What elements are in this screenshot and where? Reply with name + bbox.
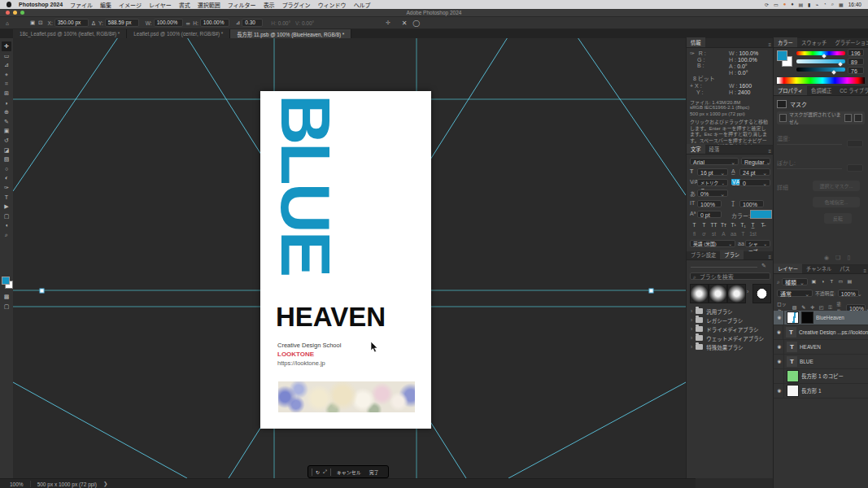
gradient-tool-icon[interactable]: ▧ (2, 155, 11, 164)
artboard[interactable]: BLUE HEAVEN Creative Design School LOOKT… (260, 91, 431, 429)
brush-preset-hard-round[interactable] (752, 284, 771, 303)
text-color-swatch[interactable] (750, 210, 772, 219)
frame-tool-icon[interactable]: ⊞ (2, 89, 11, 98)
healing-brush-tool-icon[interactable]: ⊕ (2, 107, 11, 117)
menubar-menu[interactable]: 表示 (264, 1, 275, 9)
panel-tab[interactable]: 色調補正 (807, 85, 835, 95)
feather-input[interactable] (847, 164, 863, 172)
hand-tool-icon[interactable]: ◖ (2, 220, 11, 230)
crop-tool-icon[interactable]: ⌗ (2, 79, 11, 89)
panel-tab[interactable]: スウォッチ (797, 37, 831, 47)
hue-input[interactable]: 196 (848, 49, 864, 56)
panel-tab[interactable]: カラー (774, 37, 797, 47)
menubar-menu[interactable]: 編集 (100, 1, 111, 9)
reference-point-grid-icon[interactable]: ⊡ (38, 20, 42, 26)
layer-visibility-toggle[interactable] (775, 369, 784, 383)
menubar-menu[interactable]: フィルター (228, 1, 256, 9)
char-ot-button[interactable]: aa (729, 230, 738, 237)
kerning-select[interactable]: メトリクス (697, 179, 728, 186)
dodge-tool-icon[interactable]: ◐ (2, 173, 11, 183)
brush-folder[interactable]: ›ドライメディアブラシ (687, 325, 774, 333)
eyedropper-tool-icon[interactable]: ◗ (2, 98, 11, 108)
done-button[interactable]: 完了 (367, 468, 382, 477)
x-input[interactable]: 350.00 px (55, 19, 89, 27)
reference-point-checkbox[interactable]: ▣ (30, 20, 35, 26)
brush-preset-soft-round[interactable] (709, 284, 727, 303)
panel-tab[interactable]: パス (835, 264, 854, 273)
foreground-color-swatch[interactable] (2, 277, 10, 285)
document-tab[interactable]: 18c_Leaflet.psd @ 100% (leaflet, RGB/8#)… (13, 29, 127, 38)
brush-preset-soft-round[interactable] (727, 284, 746, 303)
panel-tab[interactable]: グラデーション (831, 37, 868, 47)
layer-row[interactable]: ◉長方形 1 (774, 384, 868, 399)
saturation-input[interactable]: 89 (848, 58, 864, 65)
h-input[interactable]: 100.00% (200, 19, 229, 27)
wifi-icon[interactable]: ◔ (823, 2, 827, 7)
color-spectrum-ramp[interactable] (777, 77, 865, 84)
char-style-button[interactable]: T (690, 221, 699, 229)
brightness-slider[interactable] (796, 68, 845, 72)
char-ot-button[interactable]: 1st (748, 230, 757, 237)
horizontal-scale-input[interactable]: 100% (739, 200, 764, 207)
layer-row[interactable]: 長方形 1 のコピー (774, 369, 868, 384)
layer-visibility-toggle[interactable]: ◉ (775, 311, 784, 325)
char-style-button[interactable]: T̶ (758, 221, 767, 229)
char-style-button[interactable]: TT (709, 221, 718, 229)
pen-tool-icon[interactable]: ✑ (2, 183, 11, 193)
tracking-select[interactable]: 0 (739, 179, 770, 186)
saturation-slider[interactable] (796, 59, 845, 63)
skew-v-value[interactable]: 0.00° (302, 20, 314, 26)
menubar-menu[interactable]: ウィンドウ (318, 1, 347, 9)
char-ot-button[interactable]: fi (690, 230, 699, 237)
link-dimensions-icon[interactable]: ∞ (186, 20, 190, 26)
menubar-menu[interactable]: ファイル (70, 1, 93, 9)
layer-filter-type-select[interactable]: 種類 (782, 278, 808, 285)
layer-visibility-toggle[interactable]: ◉ (775, 384, 784, 398)
brush-search-input[interactable]: ⌕ ブラシを検索 (690, 272, 770, 280)
control-center-icon[interactable]: ▦ (839, 2, 844, 7)
path-selection-tool-icon[interactable]: ▶ (2, 202, 11, 211)
language-select[interactable]: 英語 (米国) (690, 240, 735, 247)
sync-icon[interactable]: ⟳ (765, 2, 769, 7)
drag-handle[interactable] (312, 468, 312, 476)
delete-mask-icon[interactable]: ▯ (847, 255, 850, 261)
select-and-mask-button[interactable]: 選択とマスク... (813, 181, 860, 191)
menubar-menu[interactable]: イメージ (119, 1, 142, 9)
touch-assist-icon[interactable]: ✣ (386, 20, 390, 26)
invert-button[interactable]: 反転 (824, 213, 852, 224)
object-selection-tool-icon[interactable]: ⌖ (2, 70, 11, 80)
density-slider[interactable] (777, 144, 842, 145)
apple-menu-icon[interactable] (7, 2, 11, 7)
layer-visibility-toggle[interactable]: ◉ (775, 325, 783, 339)
font-family-select[interactable]: Arial (690, 158, 739, 165)
menubar-menu[interactable]: ヘルプ (354, 1, 371, 9)
char-style-button[interactable]: T (700, 221, 709, 229)
shape-tool-icon[interactable]: ▢ (2, 211, 11, 221)
aspect-icon[interactable]: ⤢ (323, 469, 327, 475)
history-brush-tool-icon[interactable]: ↺ (2, 136, 11, 146)
blend-mode-select[interactable]: 通常 (777, 290, 813, 297)
menubar-clock[interactable]: 16:40 (848, 2, 861, 7)
panel-tab[interactable]: 情報 (687, 37, 705, 47)
brush-folder[interactable]: ›特殊効果ブラシ (687, 342, 774, 351)
brush-folder[interactable]: ›ウェットメディアブラシ (687, 333, 774, 342)
menubar-menu[interactable]: 書式 (179, 1, 190, 9)
home-icon[interactable]: ⌂ (6, 20, 9, 26)
panel-tab[interactable]: 段落 (705, 144, 724, 154)
blur-tool-icon[interactable]: ○ (2, 164, 11, 174)
cancel-button[interactable]: キャンセル (334, 468, 364, 477)
feather-slider[interactable] (777, 168, 842, 169)
char-style-button[interactable]: T̲ (748, 221, 757, 229)
menubar-menu[interactable]: プラグイン (282, 1, 311, 9)
delta-icon[interactable]: Δ (92, 20, 95, 26)
cancel-transform-icon[interactable]: ✕ (402, 20, 408, 27)
panel-tab[interactable]: ブラシ設定 (687, 250, 720, 259)
tsume-select[interactable]: 0% (697, 190, 728, 197)
baseline-shift-input[interactable]: 0 pt (697, 211, 722, 218)
filter-smart-objects-icon[interactable]: ▤ (845, 278, 854, 285)
marquee-tool-icon[interactable]: ▭ (2, 51, 11, 61)
foreground-color-swatch[interactable] (777, 50, 787, 61)
anti-alias-select[interactable]: シャープ (745, 240, 770, 247)
font-style-select[interactable]: Regular (741, 158, 770, 165)
panel-tab[interactable]: チャンネル (802, 264, 835, 273)
